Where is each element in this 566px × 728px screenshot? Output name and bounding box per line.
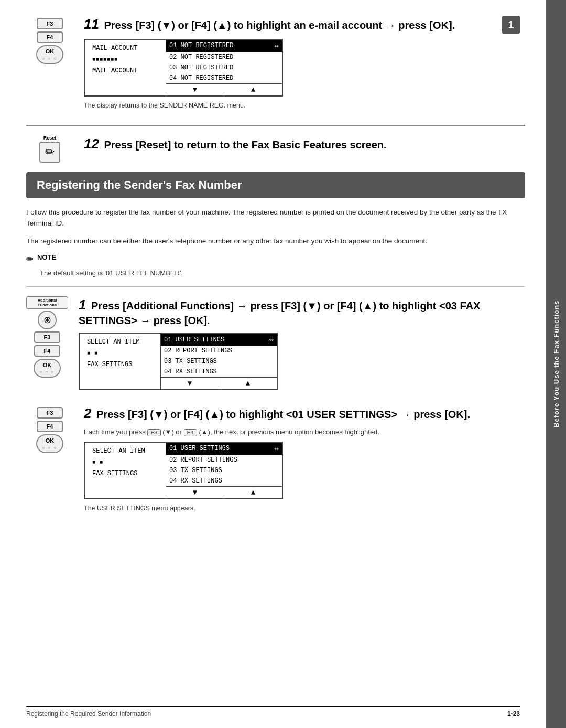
step2-lcd-arrow: ⇔ bbox=[275, 444, 279, 453]
step12-content: 12 Press [Reset] to return to the Fax Ba… bbox=[84, 135, 525, 158]
lcd-mail-account-label: MAIL ACCOUNT bbox=[89, 43, 161, 53]
step1-title: 1 Press [Additional Functions] → press [… bbox=[79, 296, 525, 328]
step2-f3-key: F3 bbox=[37, 407, 63, 419]
step2-f4-key: F4 bbox=[37, 421, 63, 432]
step2-content: 2 Press [F3] (▼) or [F4] (▲) to highligh… bbox=[84, 405, 525, 518]
step1-f4-key: F4 bbox=[34, 345, 60, 357]
step2-lcd-right: 01 USER SETTINGS ⇔ 02 REPORT SETTINGS 03… bbox=[166, 443, 282, 498]
step11-lcd: MAIL ACCOUNT ■■■■■■■ MAIL ACCOUNT 01 NOT… bbox=[84, 39, 283, 97]
additional-functions-label: Additional Functions bbox=[26, 296, 68, 309]
step1-lcd-right: 01 USER SETTINGS ⇔ 02 REPORT SETTINGS 03… bbox=[161, 334, 277, 389]
reset-label: Reset bbox=[43, 135, 57, 141]
step2-lcd: SELECT AN ITEM ■ ■ FAX SETTINGS 01 USER … bbox=[84, 442, 283, 499]
step1-lcd-row-3: 03 TX SETTINGS bbox=[161, 356, 277, 367]
step1-lcd-row-1: 01 USER SETTINGS ⇔ bbox=[161, 334, 277, 346]
body-text-1: Follow this procedure to register the fa… bbox=[26, 207, 525, 229]
f4-key: F4 bbox=[37, 31, 63, 43]
lcd-up-btn: ▲ bbox=[224, 84, 282, 95]
step11-content: 11 Press [F3] (▼) or [F4] (▲) to highlig… bbox=[84, 16, 525, 115]
footer-page: 1-23 bbox=[507, 710, 520, 718]
lcd-row-2: 02 NOT REGISTERED bbox=[166, 52, 282, 62]
step1-content: 1 Press [Additional Functions] → press [… bbox=[79, 296, 525, 396]
ok-label: OK bbox=[46, 48, 55, 55]
step1-ok-dots: ○ ○ ○ bbox=[40, 370, 55, 374]
step1-number: 1 bbox=[79, 297, 86, 313]
step2-lcd-left: SELECT AN ITEM ■ ■ FAX SETTINGS bbox=[85, 443, 166, 498]
lcd-right-panel: 01 NOT REGISTERED ⇔ 02 NOT REGISTERED 03… bbox=[166, 40, 282, 95]
step1-lcd-dots: ■ ■ bbox=[84, 347, 156, 359]
reset-button-box: Reset ✏ bbox=[26, 135, 73, 163]
step2-caption-after: The USER SETTINGS menu appears. bbox=[84, 505, 525, 512]
thin-divider-1 bbox=[26, 286, 525, 287]
lcd-bottom-row: ▼ ▲ bbox=[166, 83, 282, 95]
step1-lcd-label1: SELECT AN ITEM bbox=[84, 337, 156, 347]
section-divider-1 bbox=[26, 125, 525, 126]
step2-ok-key: OK ○ ○ ○ bbox=[36, 434, 64, 453]
step2-button-column: F3 F4 OK ○ ○ ○ bbox=[26, 407, 73, 455]
step2-f4-inline: F4 bbox=[184, 429, 197, 436]
step-1-section: Additional Functions ⊛ F3 F4 OK ○ ○ ○ 1 … bbox=[26, 296, 525, 396]
step1-lcd-arrow: ⇔ bbox=[269, 335, 274, 344]
additional-functions-column: Additional Functions ⊛ F3 F4 OK ○ ○ ○ bbox=[26, 296, 68, 380]
lcd-arrow: ⇔ bbox=[275, 41, 279, 50]
body-text-2: The registered number can be either the … bbox=[26, 235, 525, 247]
lcd-row-4: 04 NOT REGISTERED bbox=[166, 73, 282, 83]
sidebar-tab: Before You Use the Fax Functions bbox=[546, 0, 566, 728]
step-12-section: Reset ✏ 12 Press [Reset] to return to th… bbox=[26, 135, 525, 163]
step2-lcd-down-btn: ▼ bbox=[166, 487, 224, 498]
step1-ok-label: OK bbox=[43, 362, 52, 368]
note-label: NOTE bbox=[37, 253, 56, 261]
lcd-left-panel: MAIL ACCOUNT ■■■■■■■ MAIL ACCOUNT bbox=[85, 40, 166, 95]
step12-title: 12 Press [Reset] to return to the Fax Ba… bbox=[84, 135, 525, 153]
step2-lcd-row-2: 02 REPORT SETTINGS bbox=[166, 455, 282, 465]
step2-ok-label: OK bbox=[46, 437, 55, 444]
step2-lcd-dots: ■ ■ bbox=[89, 456, 161, 468]
step2-lcd-bottom: ▼ ▲ bbox=[166, 486, 282, 498]
step2-caption: Each time you press F3 (▼) or F4 (▲), th… bbox=[84, 428, 525, 436]
footer-left: Registering the Required Sender Informat… bbox=[26, 710, 151, 718]
step11-button-column: F3 F4 OK ○ ○ ○ bbox=[26, 18, 73, 66]
step2-number: 2 bbox=[84, 405, 91, 421]
ok-key: OK ○ ○ ○ bbox=[36, 45, 64, 64]
step1-lcd-row-4: 04 RX SETTINGS bbox=[161, 367, 277, 377]
additional-functions-icon: ⊛ bbox=[38, 311, 57, 329]
step1-ok-key: OK ○ ○ ○ bbox=[34, 359, 61, 378]
step11-number: 11 bbox=[84, 16, 99, 32]
step1-lcd-row-2: 02 REPORT SETTINGS bbox=[161, 346, 277, 356]
step1-lcd-down-btn: ▼ bbox=[161, 378, 219, 389]
note-text: The default setting is '01 USER TEL NUMB… bbox=[40, 269, 525, 277]
section-banner: Registering the Sender's Fax Number bbox=[26, 172, 525, 198]
step2-lcd-label2: FAX SETTINGS bbox=[89, 468, 161, 479]
step1-lcd-bottom: ▼ ▲ bbox=[161, 377, 277, 389]
reset-icon: ✏ bbox=[39, 142, 60, 163]
step2-lcd-row-3: 03 TX SETTINGS bbox=[166, 465, 282, 476]
lcd-down-btn: ▼ bbox=[166, 84, 224, 95]
step1-lcd-left: SELECT AN ITEM ■ ■ FAX SETTINGS bbox=[80, 334, 161, 389]
note-icon: ✏ bbox=[26, 253, 34, 265]
step2-lcd-label1: SELECT AN ITEM bbox=[89, 446, 161, 456]
step1-lcd: SELECT AN ITEM ■ ■ FAX SETTINGS 01 USER … bbox=[79, 333, 278, 390]
step12-number: 12 bbox=[84, 136, 99, 152]
lcd-row-3: 03 NOT REGISTERED bbox=[166, 62, 282, 73]
step2-ok-dots: ○ ○ ○ bbox=[42, 445, 58, 450]
step-11-section: F3 F4 OK ○ ○ ○ 11 Press [F3] (▼) or [F4]… bbox=[26, 16, 525, 115]
step11-title: 11 Press [F3] (▼) or [F4] (▲) to highlig… bbox=[84, 16, 525, 34]
step2-lcd-row-4: 04 RX SETTINGS bbox=[166, 476, 282, 486]
page-footer: Registering the Required Sender Informat… bbox=[26, 706, 520, 718]
step11-caption: The display returns to the SENDER NAME R… bbox=[84, 102, 525, 109]
note-section: ✏ NOTE bbox=[26, 253, 525, 265]
step1-lcd-label2: FAX SETTINGS bbox=[84, 359, 156, 370]
step2-lcd-up-btn: ▲ bbox=[224, 487, 282, 498]
step2-f3-inline: F3 bbox=[147, 429, 160, 436]
step1-lcd-up-btn: ▲ bbox=[219, 378, 277, 389]
lcd-dots-row: ■■■■■■■ bbox=[89, 53, 161, 66]
chapter-number: 1 bbox=[502, 16, 520, 34]
step-2-section: F3 F4 OK ○ ○ ○ 2 Press [F3] (▼) or [F4] … bbox=[26, 405, 525, 518]
step1-f3-key: F3 bbox=[34, 331, 60, 343]
ok-dots: ○ ○ ○ bbox=[42, 56, 58, 61]
step2-title: 2 Press [F3] (▼) or [F4] (▲) to highligh… bbox=[84, 405, 525, 423]
step2-lcd-row-1: 01 USER SETTINGS ⇔ bbox=[166, 443, 282, 455]
lcd-row-1: 01 NOT REGISTERED ⇔ bbox=[166, 40, 282, 52]
lcd-mail-account-label2: MAIL ACCOUNT bbox=[89, 66, 161, 76]
f3-key: F3 bbox=[37, 18, 63, 29]
